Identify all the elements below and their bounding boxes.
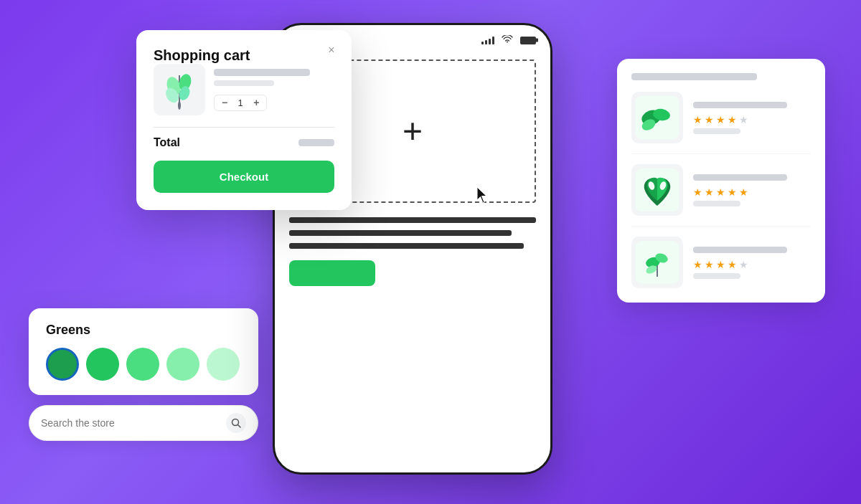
wifi-icon [502,34,513,47]
star-rating-1: ★ ★ ★ ★ ★ [693,114,811,124]
item-name-placeholder [214,69,310,76]
cart-divider [154,127,334,128]
star-rating-2: ★ ★ ★ ★ ★ [693,186,811,196]
star-rating-3: ★ ★ ★ ★ ★ [693,259,811,269]
cart-item: − 1 + [154,64,334,115]
swatch-green-light[interactable] [126,348,159,381]
star-4: ★ [728,114,738,124]
product-info-2: ★ ★ ★ ★ ★ [693,174,811,206]
product-list-card: ★ ★ ★ ★ ★ ★ ★ ★ [617,59,825,303]
product-price-bar-1 [693,128,740,134]
text-line-1 [289,217,536,223]
checkout-button[interactable]: Checkout [154,161,334,193]
product-thumb-1 [631,92,683,143]
color-swatches [46,348,241,381]
battery-icon [520,37,536,44]
product-price-bar-3 [693,273,740,279]
swatch-green-lightest[interactable] [207,348,240,381]
cart-item-image [154,64,205,115]
star-1: ★ [693,114,703,124]
star-3: ★ [716,186,726,196]
signal-icon [481,37,494,44]
star-2: ★ [705,114,715,124]
star-5: ★ [739,186,749,196]
search-icon-button[interactable] [226,413,246,433]
product-row-1: ★ ★ ★ ★ ★ [631,92,811,154]
plant-branch-icon [636,96,679,139]
product-row-3: ★ ★ ★ ★ ★ [631,237,811,288]
item-price-placeholder [214,80,274,86]
shopping-cart-card: Shopping cart × − 1 + Total [136,30,352,210]
product-name-bar-2 [693,174,787,181]
product-thumb-2 [631,164,683,216]
quantity-control: − 1 + [214,95,267,111]
star-3: ★ [716,259,726,269]
swatch-green-medium[interactable] [86,348,119,381]
search-icon [231,418,241,428]
cart-title: Shopping cart [154,47,250,63]
product-row-2: ★ ★ ★ ★ ★ [631,164,811,227]
cursor-arrow-icon [474,184,491,207]
star-2: ★ [705,186,715,196]
phone-green-button[interactable] [289,260,375,286]
product-name-bar-1 [693,102,787,108]
top-bar-placeholder [631,73,757,80]
text-line-2 [289,230,512,236]
star-4: ★ [728,186,738,196]
palette-title: Greens [46,323,241,338]
cart-total-label: Total [154,136,180,149]
star-4: ★ [728,259,738,269]
star-5-empty: ★ [739,114,749,124]
plant-monstera-icon [636,168,679,211]
color-palette-card: Greens [29,308,258,395]
cart-total-value [298,139,334,146]
product-thumb-3 [631,237,683,288]
star-3: ★ [716,114,726,124]
product-price-bar-2 [693,201,740,206]
close-button[interactable]: × [323,42,340,59]
star-1: ★ [693,186,703,196]
star-1: ★ [693,259,703,269]
product-name-bar-3 [693,247,787,253]
plant-eucalyptus-icon [158,68,201,111]
cart-total-row: Total [154,136,334,149]
swatch-green-dark[interactable] [46,348,79,381]
product-info-1: ★ ★ ★ ★ ★ [693,102,811,134]
quantity-value: 1 [235,98,246,108]
search-bar [29,405,258,441]
product-info-3: ★ ★ ★ ★ ★ [693,247,811,279]
star-5-empty: ★ [739,259,749,269]
swatch-green-lighter[interactable] [166,348,199,381]
text-line-3 [289,243,524,249]
quantity-decrease-button[interactable]: − [220,98,229,108]
quantity-increase-button[interactable]: + [252,98,260,108]
plant-small-icon [636,241,679,284]
cart-item-details: − 1 + [214,69,334,111]
star-2: ★ [705,259,715,269]
search-bar-container [29,405,258,441]
svg-line-7 [238,425,241,428]
search-input[interactable] [41,417,219,429]
add-icon: + [403,114,423,148]
